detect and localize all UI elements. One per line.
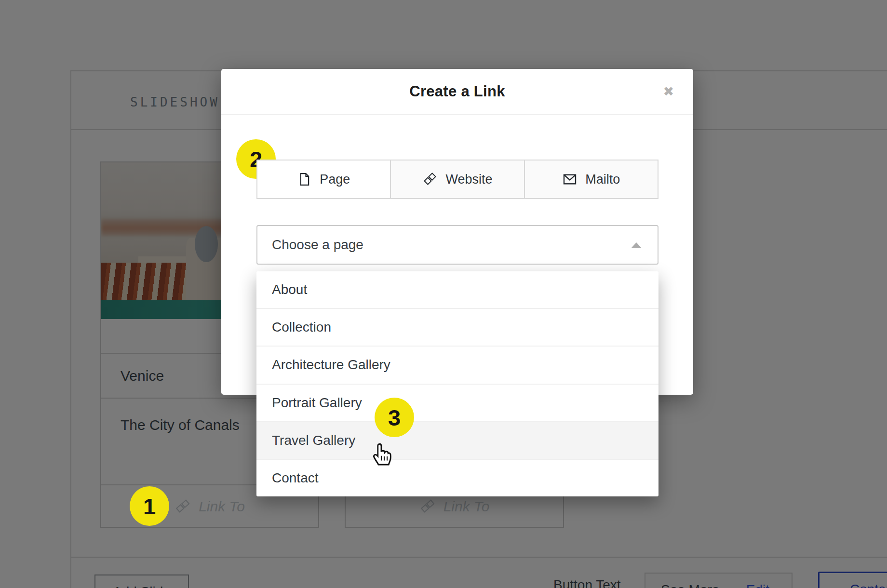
close-icon[interactable]: ✖ — [663, 84, 674, 99]
choose-page-value: Choose a page — [272, 237, 363, 253]
choose-page-select[interactable]: Choose a page — [256, 225, 659, 265]
tab-page-label: Page — [320, 172, 350, 187]
page-dropdown-list: About Collection Architecture Gallery Po… — [256, 271, 659, 496]
dropdown-option-portrait-gallery[interactable]: Portrait Gallery — [256, 384, 659, 421]
hand-cursor-icon — [367, 440, 395, 468]
dropdown-option-travel-gallery[interactable]: Travel Gallery — [256, 421, 659, 459]
link-icon — [422, 172, 438, 187]
modal-title: Create a Link — [409, 83, 505, 100]
tab-mailto[interactable]: Mailto — [524, 160, 659, 199]
mail-icon — [562, 172, 578, 187]
step-badge-3: 3 — [375, 398, 414, 437]
tab-mailto-label: Mailto — [585, 172, 620, 187]
modal-header: Create a Link ✖ — [221, 69, 693, 115]
dropdown-option-collection[interactable]: Collection — [256, 308, 659, 346]
tab-website-label: Website — [445, 172, 492, 187]
dropdown-option-contact[interactable]: Contact — [256, 459, 659, 496]
screen: SLIDESHOW Venice The City of Canals Link… — [0, 0, 887, 588]
tab-page[interactable]: Page — [256, 160, 391, 199]
page-icon — [297, 172, 312, 187]
chevron-up-icon — [632, 242, 641, 248]
link-type-tabs: Page Website Mailto — [256, 160, 659, 199]
dropdown-option-architecture-gallery[interactable]: Architecture Gallery — [256, 346, 659, 383]
tab-website[interactable]: Website — [390, 160, 524, 199]
step-badge-1: 1 — [130, 486, 169, 526]
dropdown-option-about[interactable]: About — [256, 271, 659, 308]
